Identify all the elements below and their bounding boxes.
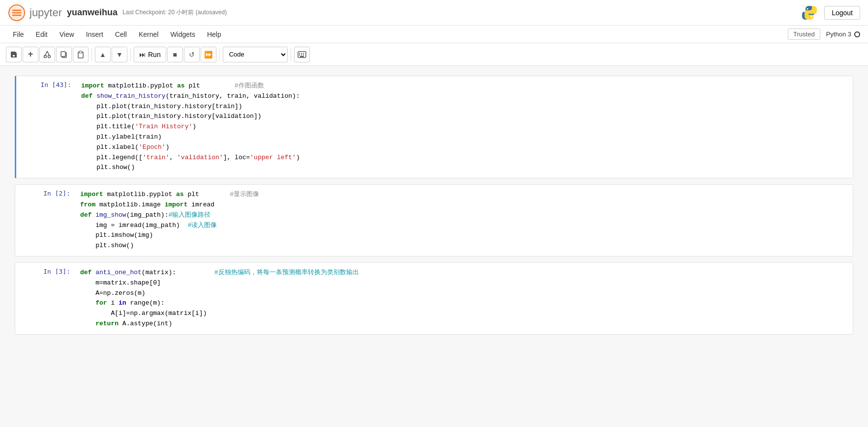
run-icon: ⏭ — [139, 51, 146, 58]
run-label: Run — [148, 51, 161, 58]
fast-forward-icon: ⏩ — [204, 51, 212, 58]
move-down-button[interactable]: ▼ — [112, 47, 127, 62]
kernel-circle-icon — [854, 31, 860, 37]
keyboard-icon — [298, 51, 306, 58]
toolbar-sep-2 — [130, 48, 131, 61]
cell-3-prompt: In [3]: — [15, 263, 74, 334]
jupyter-logo-icon — [8, 4, 26, 22]
header: jupyter yuanweihua Last Checkpoint: 20 小… — [0, 0, 868, 26]
trusted-badge[interactable]: Trusted — [788, 28, 820, 40]
svg-point-8 — [48, 55, 51, 57]
cell-1-prompt: In [43]: — [16, 76, 75, 178]
checkpoint-info: Last Checkpoint: 20 小时前 (autosaved) — [122, 8, 227, 17]
header-right: Logout — [801, 4, 860, 22]
restart-button[interactable]: ↺ — [184, 47, 200, 62]
svg-rect-22 — [300, 56, 304, 57]
stop-button[interactable]: ■ — [167, 47, 183, 62]
toolbar-sep-1 — [91, 48, 92, 61]
toolbar: + ▲ ▼ ⏭ Run ■ ↺ ⏩ Code Markdown Raw NBCo — [0, 43, 868, 66]
cell-3-input[interactable]: def anti_one_hot(matrix): #反独热编码，将每一条预测概… — [74, 263, 853, 334]
copy-button[interactable] — [56, 47, 72, 62]
cell-3[interactable]: In [3]: def anti_one_hot(matrix): #反独热编码… — [15, 262, 853, 335]
cell-1[interactable]: In [43]: import matplotlib.pyplot as plt… — [15, 76, 853, 178]
toolbar-sep-4 — [291, 48, 291, 61]
cut-icon — [43, 51, 51, 58]
svg-point-7 — [44, 55, 47, 57]
cell-2-prompt: In [2]: — [15, 185, 74, 256]
jupyter-brand-text: jupyter — [30, 6, 62, 19]
cell-2-input[interactable]: import matplotlib.pyplot as plt #显示图像 fr… — [74, 185, 853, 256]
svg-line-9 — [45, 51, 47, 56]
plus-icon: + — [28, 49, 33, 59]
save-icon — [10, 51, 18, 58]
svg-rect-16 — [299, 53, 300, 54]
svg-rect-17 — [301, 53, 302, 54]
menu-insert[interactable]: Insert — [81, 28, 108, 40]
svg-point-6 — [811, 16, 812, 17]
keyboard-shortcuts-button[interactable] — [294, 47, 310, 62]
menu-help[interactable]: Help — [202, 28, 226, 40]
svg-point-5 — [807, 8, 808, 9]
menu-cell[interactable]: Cell — [110, 28, 132, 40]
svg-rect-14 — [79, 51, 82, 53]
svg-rect-21 — [303, 55, 304, 56]
menu-widgets[interactable]: Widgets — [165, 28, 200, 40]
svg-line-10 — [47, 51, 49, 56]
arrow-down-icon: ▼ — [116, 51, 123, 58]
cell-2[interactable]: In [2]: import matplotlib.pyplot as plt … — [15, 184, 853, 256]
toolbar-sep-3 — [219, 48, 220, 61]
notebook-name[interactable]: yuanweihua — [67, 7, 118, 18]
cell-type-select[interactable]: Code Markdown Raw NBConvert — [223, 47, 288, 62]
svg-rect-19 — [299, 55, 300, 56]
run-button[interactable]: ⏭ Run — [134, 47, 166, 62]
restart-icon: ↺ — [189, 51, 195, 58]
save-button[interactable] — [6, 47, 22, 62]
paste-icon — [77, 51, 85, 58]
cut-button[interactable] — [39, 47, 55, 62]
menu-file[interactable]: File — [8, 28, 29, 40]
restart-run-button[interactable]: ⏩ — [201, 47, 216, 62]
menu-edit[interactable]: Edit — [31, 28, 53, 40]
menubar: File Edit View Insert Cell Kernel Widget… — [0, 26, 868, 43]
kernel-name-label: Python 3 — [826, 30, 851, 38]
svg-rect-20 — [301, 55, 302, 56]
paste-button[interactable] — [73, 47, 89, 62]
menu-view[interactable]: View — [55, 28, 79, 40]
svg-rect-12 — [61, 52, 65, 57]
menu-kernel[interactable]: Kernel — [134, 28, 163, 40]
stop-icon: ■ — [173, 51, 177, 58]
kernel-status: Python 3 — [826, 30, 860, 38]
copy-icon — [60, 51, 68, 58]
move-up-button[interactable]: ▲ — [95, 47, 111, 62]
cell-1-input[interactable]: import matplotlib.pyplot as plt #作图函数 de… — [75, 76, 853, 178]
menubar-right: Trusted Python 3 — [788, 28, 860, 40]
notebook-area: In [43]: import matplotlib.pyplot as plt… — [0, 66, 868, 427]
logout-button[interactable]: Logout — [824, 6, 860, 20]
arrow-up-icon: ▲ — [99, 51, 106, 58]
svg-rect-18 — [303, 53, 304, 54]
logo-area: jupyter — [8, 4, 62, 22]
add-cell-button[interactable]: + — [23, 47, 38, 62]
python-logo-icon — [801, 4, 818, 22]
